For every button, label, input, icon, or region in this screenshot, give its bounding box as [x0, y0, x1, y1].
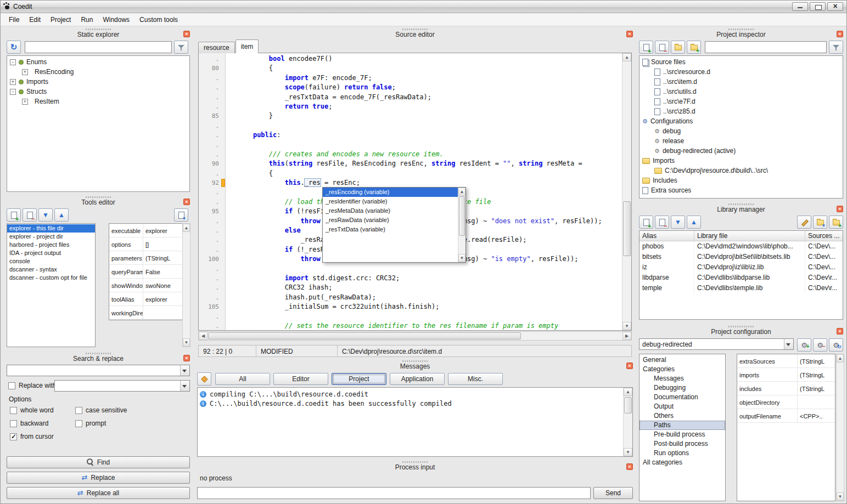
configuration-scrollbar[interactable] [836, 354, 844, 501]
tool-execute-button[interactable] [174, 208, 188, 222]
property-value[interactable]: explorer [143, 292, 183, 305]
menu-item[interactable]: Custom tools [134, 14, 183, 26]
inspector-filter-button[interactable] [829, 41, 843, 54]
category-item[interactable]: All categories [640, 458, 725, 467]
message-filter-button[interactable]: All [215, 373, 270, 385]
property-value[interactable] [798, 395, 835, 409]
property-value[interactable]: (TStringL [143, 251, 183, 264]
option-checkbox-row[interactable]: from cursor [10, 433, 75, 440]
category-item[interactable]: Others [640, 411, 725, 421]
completion-scrollbar[interactable] [458, 188, 465, 262]
editor-vertical-scrollbar[interactable] [622, 53, 631, 330]
panel-grip[interactable] [728, 203, 754, 205]
project-tree-item[interactable]: ..\src\utils.d [640, 87, 843, 97]
find-button[interactable]: Find [7, 456, 190, 468]
project-tree-item[interactable]: Extra sources [640, 185, 843, 195]
library-move-up-button[interactable] [687, 216, 701, 229]
panel-grip[interactable] [86, 29, 111, 30]
message-filter-button[interactable]: Project [332, 373, 386, 385]
panel-grip[interactable] [86, 353, 111, 354]
panel-grip[interactable] [86, 196, 111, 198]
tree-item[interactable]: + Imports [7, 77, 189, 87]
property-value[interactable]: [] [143, 237, 183, 251]
library-move-down-button[interactable] [671, 216, 685, 229]
combo-dropdown-zone[interactable] [180, 381, 189, 391]
category-item[interactable]: Output [640, 402, 725, 411]
category-item[interactable]: Post-build process [640, 439, 725, 449]
tools-list-item[interactable]: dscanner - syntax [7, 265, 95, 274]
table-row[interactable]: temple C:\Dev\dlibs\temple.lib C:\Dev\r.… [640, 283, 843, 293]
tree-item[interactable]: - Enums [7, 57, 189, 67]
scroll-up-icon[interactable] [837, 354, 844, 363]
panel-close-icon[interactable] [183, 355, 190, 361]
panel-grip[interactable] [402, 360, 428, 362]
scroll-down-icon[interactable] [624, 448, 632, 456]
option-checkbox-row[interactable]: whole word [10, 406, 75, 414]
category-item[interactable]: Categories [640, 365, 725, 374]
library-edit-button[interactable] [797, 216, 811, 229]
project-tree-item[interactable]: Imports [640, 156, 843, 166]
replace-with-checkbox[interactable] [8, 382, 15, 389]
scroll-down-icon[interactable] [837, 492, 844, 501]
completion-item[interactable]: _resEncoding (variable) [323, 188, 458, 197]
category-item[interactable]: Pre-build process [640, 430, 725, 439]
property-value[interactable]: swoNone [143, 279, 183, 292]
log-line[interactable]: C:\...\build\resource.d.coedit has been … [198, 399, 623, 408]
tool-move-down-button[interactable] [38, 208, 53, 222]
property-value[interactable]: <CPP>.. [798, 409, 835, 422]
clear-messages-button[interactable] [197, 372, 211, 386]
panel-grip[interactable] [402, 29, 428, 30]
completion-item[interactable]: _resTxtData (variable) [323, 225, 458, 234]
scroll-up-icon[interactable] [458, 188, 465, 196]
code-area[interactable]: . bool encodee7F()80 {. import e7F: enco… [199, 53, 622, 330]
editor-tab[interactable]: item [235, 39, 259, 53]
message-filter-button[interactable]: Misc. [448, 373, 503, 385]
option-checkbox-row[interactable]: backward [10, 420, 75, 427]
message-filter-button[interactable]: Editor [273, 373, 328, 385]
scroll-down-icon[interactable] [183, 338, 190, 347]
expander-icon[interactable]: - [10, 89, 16, 95]
add-folder-sources-button[interactable] [687, 41, 701, 54]
completion-item[interactable]: _resMetaData (variable) [323, 206, 458, 216]
clone-configuration-button[interactable] [829, 338, 843, 352]
category-item[interactable]: Messages [640, 374, 725, 383]
scroll-up-icon[interactable] [622, 53, 631, 61]
panel-grip[interactable] [728, 29, 754, 30]
scroll-up-icon[interactable] [624, 388, 632, 396]
expander-icon[interactable]: + [22, 69, 28, 75]
tools-list-item[interactable]: console [7, 257, 95, 265]
filter-button[interactable] [174, 41, 188, 54]
tree-item[interactable]: + ResEncoding [7, 67, 189, 77]
scroll-up-icon[interactable] [183, 224, 190, 232]
library-from-project-button[interactable] [829, 216, 843, 229]
panel-close-icon[interactable] [626, 363, 633, 369]
search-combo[interactable] [7, 365, 190, 376]
replace-combo[interactable] [54, 380, 190, 392]
tool-add-button[interactable] [7, 208, 21, 222]
editor-horizontal-scrollbar[interactable] [198, 331, 632, 341]
panel-close-icon[interactable] [626, 463, 633, 470]
checkbox[interactable] [75, 420, 82, 427]
project-tree-item[interactable]: release [640, 136, 843, 146]
close-button[interactable] [827, 2, 843, 11]
completion-item[interactable]: _resRawData (variable) [323, 216, 458, 225]
menu-item[interactable]: File [4, 14, 24, 26]
add-configuration-button[interactable] [797, 338, 811, 352]
checkbox[interactable] [10, 420, 17, 427]
combo-dropdown-zone[interactable] [784, 339, 793, 349]
panel-close-icon[interactable] [183, 199, 190, 205]
completion-item[interactable]: _resIdentifier (variable) [323, 197, 458, 206]
panel-close-icon[interactable] [183, 31, 190, 37]
project-tree-item[interactable]: C:\Dev\dproj\resource.d\build\..\src\ [640, 166, 843, 175]
project-tree-item[interactable]: Source files [640, 57, 843, 67]
category-item[interactable]: General [640, 355, 725, 365]
replace-button[interactable]: Replace [7, 472, 190, 484]
library-remove-button[interactable] [655, 216, 669, 229]
expander-icon[interactable]: + [22, 99, 28, 105]
refresh-button[interactable] [7, 41, 21, 54]
add-folder-button[interactable] [671, 41, 685, 54]
option-checkbox-row[interactable]: case sensitive [75, 406, 163, 414]
panel-close-icon[interactable] [837, 328, 843, 335]
table-row[interactable]: bitsets C:\Dev\dproj\bitSet\lib\bitsets.… [640, 252, 843, 262]
checkbox[interactable] [75, 407, 82, 414]
